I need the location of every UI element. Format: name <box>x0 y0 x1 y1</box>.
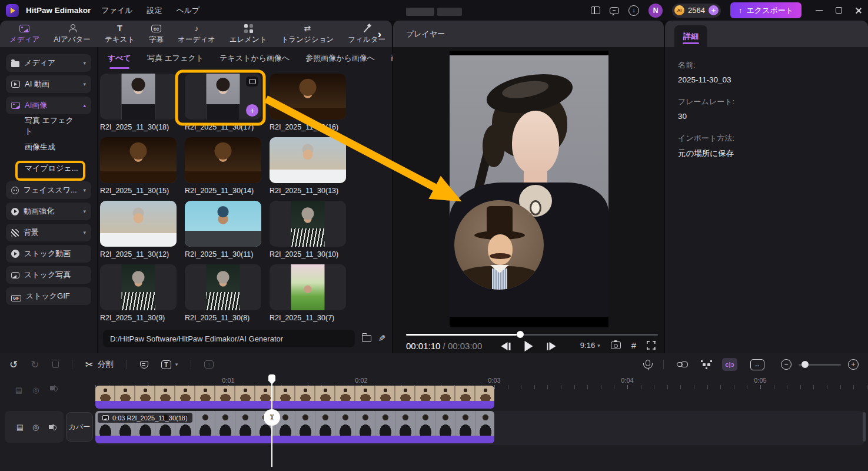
sidebar-item[interactable]: フェイススワ... ▾ <box>6 181 91 199</box>
media-item[interactable]: R2I_2025_11_30(18) <box>100 74 185 137</box>
timeline-zoom-slider[interactable] <box>799 364 841 366</box>
unlink-clips-button[interactable] <box>699 363 709 366</box>
media-tab[interactable]: 写真 エフェクト <box>147 53 204 64</box>
snapshot-icon[interactable] <box>611 341 621 349</box>
media-item[interactable]: R2I_2025_11_30(10) <box>270 201 354 264</box>
media-item[interactable]: R2I_2025_11_30(13) <box>270 137 354 201</box>
text-tool-button[interactable]: T▾ <box>161 360 178 369</box>
maximize-icon[interactable] <box>836 7 842 14</box>
media-item[interactable]: R2I_2025_11_30(15) <box>100 137 185 201</box>
sidebar-item[interactable]: 画像生成 <box>6 139 91 155</box>
sidebar-item[interactable]: メディア ▾ <box>6 54 91 72</box>
sidebar-item[interactable]: ストック写真 <box>6 266 91 284</box>
media-thumbnail[interactable] <box>100 201 177 247</box>
media-thumbnail[interactable] <box>100 137 177 183</box>
minimize-icon[interactable] <box>816 10 823 11</box>
edit-path-icon[interactable]: ✎ <box>378 333 386 344</box>
player-video-frame[interactable] <box>450 51 608 327</box>
media-thumbnail[interactable] <box>270 201 346 247</box>
timeline-clip-video[interactable] <box>95 386 494 409</box>
ribbon-tab[interactable]: cc 字幕 <box>142 21 171 47</box>
media-thumbnail[interactable] <box>100 264 177 310</box>
user-avatar[interactable]: N <box>648 4 663 18</box>
close-icon[interactable] <box>855 7 862 14</box>
tab-details[interactable]: 詳細 <box>674 25 707 47</box>
layout-panels-icon[interactable] <box>591 6 600 14</box>
media-thumbnail[interactable] <box>100 74 177 120</box>
playhead[interactable]: ✂ <box>271 376 272 467</box>
filmstrip-icon[interactable]: ▤ <box>15 386 22 394</box>
fit-timeline-button[interactable]: ↔ <box>750 359 764 370</box>
media-tab[interactable]: テキストから画像へ <box>220 53 290 64</box>
sidebar-item[interactable]: AI画像 ▴ <box>6 97 91 114</box>
ribbon-tab[interactable]: T テキスト <box>98 21 142 47</box>
timeline-track-lane[interactable]: 0:03 R2I_2025_11_30(18) <box>95 411 864 445</box>
add-credits-button[interactable]: + <box>709 5 719 15</box>
next-frame-button[interactable] <box>547 342 556 350</box>
zoom-in-button[interactable]: + <box>848 359 859 370</box>
media-item[interactable]: R2I_2025_11_30(11) <box>185 201 270 264</box>
export-clip-button[interactable]: ↑ <box>204 360 214 369</box>
media-tab[interactable]: 参照画像から画像へ <box>305 53 375 64</box>
ribbon-tab[interactable]: ♪ オーディオ <box>171 21 222 47</box>
media-thumbnail[interactable] <box>185 201 261 247</box>
add-to-timeline-button[interactable]: + <box>246 104 258 117</box>
media-thumbnail[interactable] <box>270 264 346 310</box>
zoom-out-button[interactable]: − <box>781 359 791 370</box>
remove-from-folder-icon[interactable] <box>246 77 258 87</box>
media-item[interactable]: R2I_2025_11_30(14) <box>185 137 270 201</box>
cover-button[interactable]: カバー <box>66 412 93 442</box>
menu-item[interactable]: ファイル <box>101 5 132 16</box>
media-item[interactable]: + R2I_2025_11_30(17) <box>185 74 270 137</box>
sidebar-item[interactable]: AI 動画 ▾ <box>6 75 91 93</box>
timeline-ruler[interactable]: 0:010:020:030:040:05 <box>95 377 868 385</box>
media-item[interactable]: R2I_2025_11_30(7) <box>270 264 354 323</box>
media-thumbnail[interactable] <box>270 74 346 120</box>
save-path-input[interactable]: D:/HitPaw Software/HitPaw Edimakor/AI Ge… <box>103 330 355 347</box>
split-cursor[interactable]: ✂ <box>264 409 280 426</box>
timeline-clip-main[interactable]: 0:03 R2I_2025_11_30(18) <box>95 411 494 443</box>
ribbon-tab[interactable]: AIアバター <box>46 21 98 47</box>
menu-item[interactable]: 設定 <box>147 5 162 16</box>
credits-badge[interactable]: AI 2564 + <box>672 4 721 18</box>
progress-knob[interactable] <box>517 331 524 338</box>
auto-ripple-toggle[interactable]: c|ɔ <box>722 358 737 371</box>
playback-progress[interactable] <box>406 331 658 338</box>
ribbon-tab[interactable]: ⇄ トランジション <box>274 21 341 47</box>
redo-button[interactable]: ↻ <box>31 360 39 370</box>
sidebar-item[interactable]: 背景 ▾ <box>6 224 91 241</box>
split-button[interactable]: ✂分割 <box>85 359 114 370</box>
ribbon-tab[interactable]: エレメント <box>222 21 274 47</box>
sidebar-item[interactable]: 動画強化 ▾ <box>6 203 91 220</box>
timeline-scrollbar[interactable] <box>863 412 866 442</box>
mute-icon[interactable] <box>50 386 53 390</box>
visibility-icon[interactable]: ◎ <box>32 423 39 431</box>
media-item[interactable]: R2I_2025_11_30(9) <box>100 264 185 323</box>
media-item[interactable]: R2I_2025_11_30(12) <box>100 201 185 264</box>
media-item[interactable]: R2I_2025_11_30(16) <box>270 74 354 137</box>
menu-item[interactable]: ヘルプ <box>177 5 200 16</box>
media-item[interactable]: R2I_2025_11_30(8) <box>185 264 270 323</box>
marker-button[interactable] <box>140 361 148 369</box>
media-thumbnail[interactable] <box>185 137 261 183</box>
ribbon-more-chevron-icon[interactable]: › <box>378 28 381 41</box>
feedback-icon[interactable] <box>610 7 619 14</box>
download-icon[interactable]: ↓ <box>628 5 639 16</box>
ribbon-tab[interactable]: メディア <box>2 21 46 47</box>
fullscreen-icon[interactable] <box>647 341 656 350</box>
sidebar-item[interactable]: マイプロジェ... <box>6 160 91 177</box>
grid-overlay-icon[interactable]: # <box>631 340 636 350</box>
sidebar-item[interactable]: 写真 エフェクト <box>6 118 91 134</box>
media-thumbnail[interactable]: + <box>185 74 261 120</box>
media-tab[interactable]: すべて <box>108 53 131 64</box>
play-button[interactable] <box>524 341 533 351</box>
undo-button[interactable]: ↺ <box>9 360 18 370</box>
media-thumbnail[interactable] <box>270 137 346 183</box>
sidebar-item[interactable]: ストック動画 <box>6 245 91 263</box>
visibility-icon[interactable]: ◎ <box>32 386 39 394</box>
sidebar-item[interactable]: GIF ストックGIF <box>6 287 91 305</box>
progress-track[interactable] <box>406 334 658 336</box>
link-clips-button[interactable] <box>677 362 686 367</box>
delete-button[interactable] <box>52 361 59 368</box>
open-folder-icon[interactable] <box>362 335 371 342</box>
